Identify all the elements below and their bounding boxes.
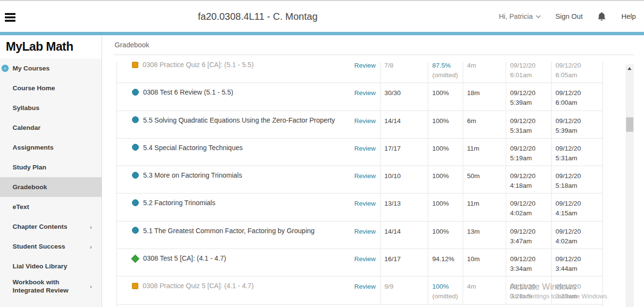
date-line: 09/12/20 <box>556 227 602 237</box>
time-spent-cell: 10m <box>463 249 506 276</box>
review-link[interactable]: Review <box>354 172 376 180</box>
date-line: 09/12/20 <box>556 199 602 209</box>
scroll-up-arrow-icon[interactable] <box>628 67 631 70</box>
percent-cell: 100%(omitted) <box>428 277 463 304</box>
omitted-note: (omitted) <box>432 70 463 80</box>
homework-circle-icon <box>132 116 139 123</box>
assignment-title: 5.4 Special Factoring Techniques <box>143 144 243 152</box>
date-line: 4:15am <box>556 209 602 218</box>
assignment-title: 5.2 Factoring Trinomials <box>143 199 215 207</box>
date-line: 4:02am <box>510 209 551 218</box>
score-cell: 16/17 <box>380 249 428 276</box>
sidebar-item-label: eText <box>13 203 29 211</box>
sidebar-item-student-success[interactable]: Student Success› <box>0 237 102 256</box>
assignment-title: 0308 Practice Quiz 6 [CA]: (5.1 - 5.5) <box>143 62 254 69</box>
sidebar-item-label: Syllabus <box>13 104 40 112</box>
review-link[interactable]: Review <box>354 89 376 97</box>
time-spent-cell: 4m <box>463 277 506 304</box>
time-spent-cell: 11m <box>463 194 506 221</box>
review-link[interactable]: Review <box>354 117 376 125</box>
app-title: MyLab Math <box>0 35 102 58</box>
date-line: 09/12/20 <box>510 199 551 209</box>
percent-value: 100% <box>432 199 463 209</box>
review-link[interactable]: Review <box>354 145 376 152</box>
back-circle-icon: ‹ <box>1 65 9 72</box>
help-link[interactable]: Help <box>621 13 636 20</box>
date-started-cell: 09/12/205:19am <box>506 139 551 166</box>
gradebook-row-partial <box>117 305 602 307</box>
review-link[interactable]: Review <box>354 255 376 263</box>
sidebar-item-calendar[interactable]: Calendar <box>0 118 102 138</box>
date-finished-cell: 09/12/205:18am <box>551 166 602 193</box>
score-cell: 17/17 <box>380 139 428 166</box>
sidebar-item-my-courses[interactable]: ‹My Courses <box>0 58 102 78</box>
date-line: 3:33am <box>556 292 602 301</box>
score-value: 14/14 <box>384 228 401 235</box>
percent-cell: 100% <box>428 111 463 138</box>
date-finished-cell: 09/12/206:00am <box>551 83 602 110</box>
date-started-cell: 09/12/203:28am <box>506 277 551 304</box>
sidebar-item-label: Assignments <box>13 143 54 152</box>
assignment-title-cell: 0308 Practice Quiz 6 [CA]: (5.1 - 5.5) <box>117 62 352 83</box>
score-cell: 14/14 <box>380 111 428 138</box>
sign-out-link[interactable]: Sign Out <box>556 13 583 20</box>
score-cell: 30/30 <box>380 83 428 110</box>
date-started-cell: 09/12/206:01am <box>506 62 551 83</box>
date-line: 09/12/20 <box>510 116 551 126</box>
review-link[interactable]: Review <box>354 228 376 235</box>
time-spent-value: 10m <box>467 255 480 263</box>
sidebar-item-study-plan[interactable]: Study Plan <box>0 157 102 177</box>
user-menu[interactable]: Hi, Patricia <box>499 13 541 20</box>
sidebar-item-assignments[interactable]: Assignments <box>0 138 102 157</box>
date-line: 3:28am <box>510 292 551 301</box>
assignment-title: 0308 Practice Quiz 5 [CA]: (4.1 - 4.7) <box>143 282 254 290</box>
review-cell: Review <box>352 277 380 304</box>
review-link[interactable]: Review <box>354 62 376 69</box>
time-spent-value: 11m <box>467 200 479 207</box>
sidebar-item-workbook-with-integrated-review[interactable]: Workbook with Integrated Review› <box>0 276 102 296</box>
assignment-title: 5.5 Solving Quadratic Equations Using th… <box>143 116 335 124</box>
date-line: 5:19am <box>510 154 551 163</box>
date-line: 3:34am <box>510 264 551 274</box>
chevron-right-icon: › <box>90 243 92 251</box>
omitted-note: (omitted) <box>432 292 463 301</box>
date-line: 09/12/20 <box>556 171 602 181</box>
percent-link[interactable]: 87.5% <box>432 62 463 70</box>
sidebar-item-gradebook[interactable]: Gradebook <box>0 177 102 197</box>
assignment-title-cell: 0308 Practice Quiz 5 [CA]: (4.1 - 4.7) <box>117 277 352 304</box>
date-line: 6:01am <box>510 70 551 80</box>
date-line: 09/12/20 <box>510 144 551 154</box>
hamburger-menu-icon[interactable] <box>5 13 16 22</box>
date-line: 6:05am <box>556 70 602 80</box>
date-line: 5:31am <box>510 126 551 136</box>
sidebar: MyLab Math ‹My CoursesCourse HomeSyllabu… <box>0 35 102 307</box>
sidebar-item-syllabus[interactable]: Syllabus <box>0 98 102 118</box>
review-link[interactable]: Review <box>354 283 376 290</box>
sidebar-item-chapter-contents[interactable]: Chapter Contents› <box>0 217 102 237</box>
score-cell: 7/8 <box>380 62 428 83</box>
time-spent-cell: 13m <box>463 222 506 249</box>
app-header: fa20.0308.4L11 - C. Montag Hi, Patricia … <box>0 1 644 32</box>
score-cell: 9/9 <box>380 277 428 304</box>
sidebar-item-lial-video-library[interactable]: Lial Video Library <box>0 256 102 276</box>
date-line: 5:18am <box>556 181 602 191</box>
assignment-title: 5.1 The Greatest Common Factor, Factorin… <box>143 227 315 235</box>
percent-value: 100% <box>432 227 463 237</box>
review-cell: Review <box>352 166 380 193</box>
sidebar-item-label: Study Plan <box>13 163 46 171</box>
scrollbar-thumb[interactable] <box>626 117 633 132</box>
vertical-scrollbar[interactable] <box>626 64 634 307</box>
review-cell: Review <box>352 83 380 110</box>
score-value: 13/13 <box>384 200 401 207</box>
review-link[interactable]: Review <box>354 200 376 207</box>
score-value: 30/30 <box>384 89 401 97</box>
gradebook-table: 0308 Practice Quiz 6 [CA]: (5.1 - 5.5)Re… <box>117 62 603 307</box>
sidebar-item-label: Calendar <box>13 124 41 132</box>
percent-link[interactable]: 100% <box>432 282 463 292</box>
date-line: 09/12/20 <box>510 88 551 98</box>
date-started-cell: 09/12/205:31am <box>506 111 551 138</box>
notifications-bell-icon[interactable] <box>597 11 607 22</box>
sidebar-item-course-home[interactable]: Course Home <box>0 78 102 98</box>
user-greeting-label: Hi, Patricia <box>499 13 533 20</box>
sidebar-item-etext[interactable]: eText <box>0 197 102 217</box>
